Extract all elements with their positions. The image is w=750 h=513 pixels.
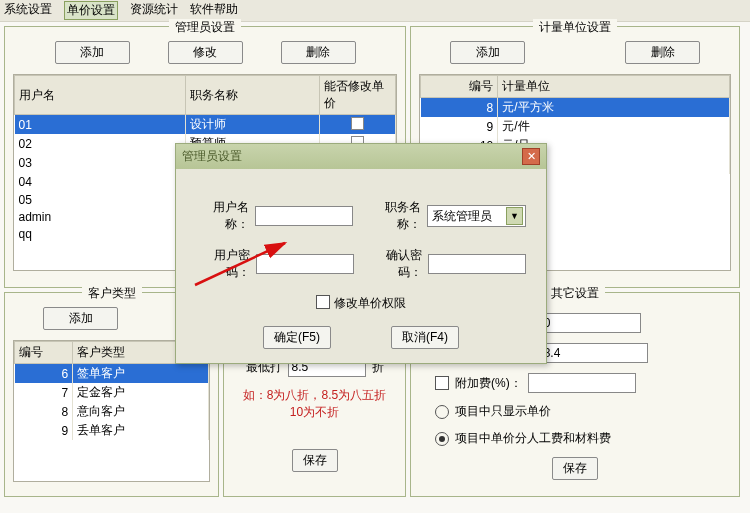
menu-help[interactable]: 软件帮助 [190, 1, 238, 20]
delete-button[interactable]: 删除 [625, 41, 700, 64]
add-fee-checkbox[interactable] [435, 376, 449, 390]
dialog-title: 管理员设置 [182, 148, 242, 165]
ok-button[interactable]: 确定(F5) [263, 326, 331, 349]
panel-admin-title: 管理员设置 [169, 19, 241, 36]
add-fee-label: 附加费(%)： [455, 375, 522, 392]
cancel-button[interactable]: 取消(F4) [391, 326, 459, 349]
menu-price[interactable]: 单价设置 [64, 1, 118, 20]
menu-system[interactable]: 系统设置 [4, 1, 52, 20]
chevron-down-icon: ▼ [506, 207, 523, 225]
table-row[interactable]: 7定金客户 [15, 383, 209, 402]
delete-button[interactable]: 删除 [281, 41, 356, 64]
checkbox[interactable] [351, 117, 364, 130]
table-row[interactable]: 9元/件 [421, 117, 730, 136]
hint-text: 如：8为八折，8.5为八五折 10为不折 [232, 387, 397, 421]
password-input[interactable] [256, 254, 354, 274]
add-button[interactable]: 添加 [43, 307, 118, 330]
panel-customer-title: 客户类型 [82, 285, 142, 302]
role-label: 职务名称： [367, 199, 420, 233]
add-fee-input[interactable] [528, 373, 636, 393]
radio-split-label: 项目中单价分人工费和材料费 [455, 430, 611, 447]
role-select[interactable]: 系统管理员 ▼ [427, 205, 526, 227]
menubar: 系统设置 单价设置 资源统计 软件帮助 [0, 0, 750, 22]
menu-stats[interactable]: 资源统计 [130, 1, 178, 20]
panel-other-title: 其它设置 [545, 285, 605, 302]
modify-price-label: 修改单价权限 [334, 295, 406, 312]
table-row[interactable]: 8意向客户 [15, 402, 209, 421]
save-button[interactable]: 保存 [292, 449, 338, 472]
mgmt-fee-input[interactable] [533, 313, 641, 333]
edit-button[interactable]: 修改 [168, 41, 243, 64]
table-row[interactable]: 9丢单客户 [15, 421, 209, 440]
username-label: 用户名称： [196, 199, 249, 233]
save-button[interactable]: 保存 [552, 457, 598, 480]
table-row[interactable]: 01设计师 [15, 115, 396, 135]
password2-label: 确认密码： [368, 247, 422, 281]
close-icon[interactable]: ✕ [522, 148, 540, 165]
add-button[interactable]: 添加 [55, 41, 130, 64]
tax-fee-input[interactable] [540, 343, 648, 363]
password2-input[interactable] [428, 254, 526, 274]
radio-unit-only[interactable] [435, 405, 449, 419]
table-row[interactable]: 6签单客户 [15, 364, 209, 384]
username-input[interactable] [255, 206, 353, 226]
panel-unit-title: 计量单位设置 [533, 19, 617, 36]
radio-unit-only-label: 项目中只显示单价 [455, 403, 551, 420]
add-button[interactable]: 添加 [450, 41, 525, 64]
password-label: 用户密码： [196, 247, 250, 281]
table-row[interactable]: 8元/平方米 [421, 98, 730, 118]
admin-dialog: 管理员设置 ✕ 用户名称： 职务名称： 系统管理员 ▼ 用户密码： 确认密码： … [175, 143, 547, 364]
modify-price-checkbox[interactable] [316, 295, 330, 309]
radio-split[interactable] [435, 432, 449, 446]
